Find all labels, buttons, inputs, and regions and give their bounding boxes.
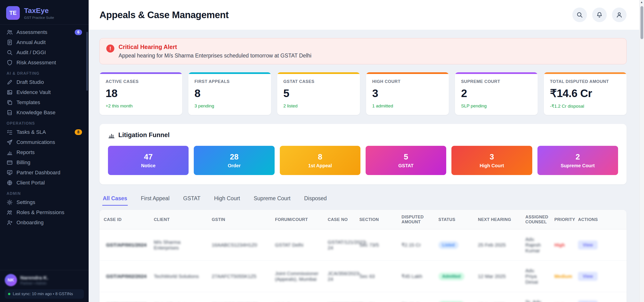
funnel-stage-label: Notice xyxy=(141,163,156,168)
cell-gstin: 27AAFCT5055K1Z5 xyxy=(208,261,270,292)
cell-next-hearing: 12 Mar 2025 xyxy=(474,261,521,292)
sidebar-item[interactable]: Risk Assessment xyxy=(3,58,85,68)
sidebar-item[interactable]: Evidence Vault xyxy=(3,87,85,97)
column-header: Case ID xyxy=(100,210,150,230)
tab[interactable]: Disposed xyxy=(304,193,327,206)
sidebar-item[interactable]: Settings xyxy=(3,197,85,207)
view-button[interactable]: View xyxy=(578,300,598,302)
tab[interactable]: GSTAT xyxy=(183,193,201,206)
profile-button[interactable] xyxy=(612,7,626,22)
sidebar-item-label: Templates xyxy=(16,99,82,105)
cases-table: Case IDClientGSTINForum/CourtCase NoSect… xyxy=(100,210,626,302)
alert-body: Critical Hearing Alert Appeal hearing fo… xyxy=(118,43,312,59)
sidebar-item[interactable]: Annual Audit xyxy=(3,37,85,47)
column-header: Disputed Amount xyxy=(397,210,434,230)
table-row[interactable]: GST/AP/001/2024 M/s Sharma Enterprises 1… xyxy=(100,230,626,261)
notifications-button[interactable] xyxy=(592,7,607,22)
sidebar-item[interactable]: Client Portal xyxy=(3,178,85,188)
stat-accent-bar xyxy=(544,72,626,74)
column-header: Assigned Counsel xyxy=(521,210,550,230)
cell-client: TechWorld Solutions xyxy=(150,261,208,292)
funnel-stage-value: 8 xyxy=(318,152,322,161)
sidebar-item-label: Audit / DGGI xyxy=(16,49,82,56)
tab[interactable]: Supreme Court xyxy=(253,193,291,206)
column-header: Case No xyxy=(324,210,355,230)
onboarding-icon xyxy=(6,220,13,226)
sidebar-item[interactable]: Onboarding xyxy=(3,218,85,228)
view-button[interactable]: View xyxy=(578,241,598,250)
tab[interactable]: High Court xyxy=(214,193,240,206)
search-button[interactable] xyxy=(572,7,587,22)
cell-actions: View xyxy=(574,230,626,261)
user-role: Partner • Admin xyxy=(20,281,48,286)
sidebar-item-label: Annual Audit xyxy=(16,39,82,45)
reports-icon xyxy=(6,149,13,155)
stat-value: 8 xyxy=(194,87,265,100)
tab[interactable]: First Appeal xyxy=(140,193,170,206)
sidebar-item[interactable]: Audit / DGGI xyxy=(3,47,85,57)
client-portal-icon xyxy=(6,180,13,186)
sidebar-item[interactable]: Draft Studio xyxy=(3,77,85,87)
cell-client: M/s Sharma Enterprises xyxy=(150,230,208,261)
funnel-stage-value: 47 xyxy=(144,152,153,161)
nav-group-ai: Draft Studio Evidence Vault Templates xyxy=(3,77,85,118)
stat-card: First Appeals 8 3 pending xyxy=(188,72,271,115)
funnel-header: Litigation Funnel xyxy=(108,131,618,139)
evidence-vault-icon xyxy=(6,89,13,95)
cell-status: Admitted xyxy=(434,292,474,302)
sidebar-item[interactable]: Reports xyxy=(3,147,85,157)
sidebar-item-label: Client Portal xyxy=(16,180,82,186)
nav-section-admin: Admin xyxy=(6,192,82,196)
page-scrollbar[interactable]: ▲ xyxy=(639,0,644,302)
sidebar-item[interactable]: Templates xyxy=(3,97,85,107)
bell-icon xyxy=(596,11,603,18)
sidebar-item-label: Billing xyxy=(16,159,82,166)
sidebar-item[interactable]: Knowledge Base xyxy=(3,108,85,118)
sidebar-item[interactable]: Communications xyxy=(3,137,85,147)
stat-subtext: +2 this month xyxy=(106,103,176,109)
sidebar-item-label: Communications xyxy=(16,139,82,145)
stat-label: High Court xyxy=(372,79,443,84)
user-text: Narendra K. Partner • Admin xyxy=(20,275,48,286)
sidebar-item-badge: 6 xyxy=(75,29,82,35)
logo-text: TaxEye GST Practice Suite xyxy=(24,6,54,19)
cell-forum: Joint Commissioner (Appeals), Mumbai xyxy=(271,261,324,292)
tasks-sla-icon xyxy=(6,129,13,135)
status-badge: Listed xyxy=(438,241,458,249)
user-profile[interactable]: NK Narendra K. Partner • Admin xyxy=(5,274,84,286)
table-row[interactable]: GST/HC/003/2023 Global Trade Impex 29AAG… xyxy=(100,292,626,302)
view-button[interactable]: View xyxy=(578,272,598,281)
sidebar-item[interactable]: Assessments 6 xyxy=(3,27,85,37)
logo-mark: TE xyxy=(6,6,20,20)
sidebar-item[interactable]: Tasks & SLA 8 xyxy=(3,127,85,137)
stat-accent-bar xyxy=(455,72,538,74)
tab[interactable]: All Cases xyxy=(102,193,128,206)
app-logo[interactable]: TE TaxEye GST Practice Suite xyxy=(0,0,89,24)
sidebar-scrollbar-thumb[interactable] xyxy=(86,32,88,91)
sidebar-item[interactable]: Roles & Permissions xyxy=(3,208,85,217)
column-header: Client xyxy=(150,210,208,230)
table-row[interactable]: GST/AP/002/2024 TechWorld Solutions 27AA… xyxy=(100,261,626,292)
alert-exclamation-icon: ! xyxy=(106,44,114,52)
draft-studio-icon xyxy=(6,79,13,85)
priority-label: High xyxy=(554,242,565,248)
stat-value: 2 xyxy=(461,87,532,100)
sidebar-item[interactable]: Billing xyxy=(3,158,85,168)
sidebar-item[interactable]: Partner Dashboard xyxy=(3,168,85,178)
cell-counsel: Adv. Priya Desai xyxy=(521,261,550,292)
funnel-title: Litigation Funnel xyxy=(118,131,170,139)
critical-hearing-alert: ! Critical Hearing Alert Appeal hearing … xyxy=(100,38,626,64)
sidebar-item-label: Assessments xyxy=(16,29,71,35)
partner-dashboard-icon xyxy=(6,170,13,176)
page-scrollbar-thumb[interactable] xyxy=(640,6,643,39)
cell-client: Global Trade Impex xyxy=(150,292,208,302)
topbar: Appeals & Case Management xyxy=(89,0,639,30)
stat-subtext: SLP pending xyxy=(461,103,532,109)
funnel-stage-value: 28 xyxy=(230,152,238,161)
search-icon xyxy=(576,11,583,18)
case-tabs: All Cases First Appeal GSTAT High Court … xyxy=(100,193,626,206)
sidebar-item-label: Evidence Vault xyxy=(16,89,82,95)
cell-section: Sec 74 xyxy=(355,292,397,302)
sidebar-footer: NK Narendra K. Partner • Admin Last sync… xyxy=(0,270,89,302)
scroll-up-arrow[interactable]: ▲ xyxy=(640,0,643,4)
